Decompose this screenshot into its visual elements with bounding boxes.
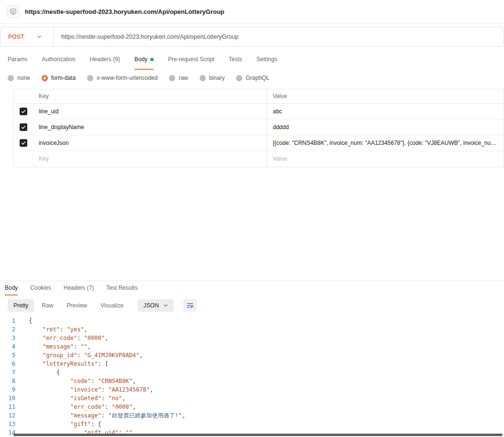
code-line: 3 "err_code": "0000", [0,334,504,342]
mode-label: raw [179,75,188,81]
check-icon [21,125,26,130]
code-line: 2 "ret": "yes", [0,325,504,334]
request-tab-tests[interactable]: Tests [229,50,242,70]
mode-label: x-www-form-urlencoded [97,75,157,81]
view-mode-preview[interactable]: Preview [61,299,93,312]
view-mode-group: PrettyRawPreviewVisualize [8,299,129,312]
tab-label: Params [8,56,27,63]
value-cell[interactable]: ddddd [267,120,503,135]
row-checkbox[interactable] [20,123,27,131]
code-line: 7 { [0,368,504,377]
json-token: : [74,343,80,350]
body-mode-graphql[interactable]: GraphQL [236,75,269,81]
code-line: 11 "err_code": "0008", [0,403,504,411]
json-token: : { [91,421,101,427]
value-cell-placeholder[interactable]: Value [267,151,503,167]
code-line: 5 "group_id": "G_4IMJ0KVP8AD4", [0,351,504,360]
json-token: "此發票已經參加使用過了!" [108,412,182,419]
json-token: , [122,395,125,402]
json-token [29,335,43,341]
stamp-icon [10,8,17,15]
tab-label: Cookies [30,284,51,291]
row-checkbox[interactable] [20,108,27,115]
json-token: : [105,404,112,410]
line-number: 11 [0,403,22,411]
line-number: 5 [0,351,22,360]
request-tab-headers-9[interactable]: Headers (9) [90,50,120,70]
format-select[interactable]: JSON [138,299,174,312]
line-number: 4 [0,342,22,351]
request-tabs: ParamsAuthorizationHeaders (9)BodyPre-re… [0,50,504,70]
radio-icon [87,75,93,81]
json-token: "CRNS4B8K" [98,378,133,384]
request-tab-params[interactable]: Params [8,50,27,70]
request-tab-pre-request-script[interactable]: Pre-request Script [168,50,214,70]
line-content: "err_code": "0008", [22,403,136,411]
json-token: , [84,326,88,333]
line-content: "lotteryResults": [ [22,360,108,368]
mode-label: GraphQL [246,75,269,81]
response-tabs: BodyCookiesHeaders (7)Test Results [0,281,504,295]
check-icon [21,109,26,114]
json-token: "gift" [70,421,91,427]
key-cell[interactable]: invoiceJson [33,135,267,151]
key-cell[interactable]: line_displayName [33,120,267,135]
line-content: "code": "CRNS4B8K", [22,377,136,385]
wrap-lines-button[interactable] [183,299,197,312]
json-token [29,421,70,427]
json-token [29,412,70,419]
code-line: 8 "code": "CRNS4B8K", [0,377,504,385]
request-tab-authorization[interactable]: Authorization [42,50,75,70]
json-token: , [182,412,185,419]
line-number: 12 [0,411,22,420]
view-mode-pretty[interactable]: Pretty [8,299,34,312]
json-token: "" [80,343,87,350]
line-content: { [22,368,60,377]
checkbox-cell [14,151,33,167]
key-cell[interactable]: line_uid [33,104,267,119]
code-line: 6 "lotteryResults": [ [0,360,504,368]
value-cell[interactable]: [{code: "CRNS4B8K", invoice_num: "AA1234… [267,135,503,151]
response-tab-test-results[interactable]: Test Results [106,281,137,295]
line-content: "isGeted": "no", [22,394,125,403]
json-token: { [29,369,60,376]
line-content: "ret": "yes", [22,325,88,334]
json-token: , [105,335,108,341]
code-line: 13 "gift": { [0,420,504,428]
mode-label: binary [209,75,225,81]
body-mode-form-data[interactable]: form-data [42,75,76,81]
horizontal-scrollbar[interactable] [13,434,503,436]
header-key: Key [33,89,267,103]
body-mode-none[interactable]: none [8,75,30,81]
mode-label: none [17,75,30,81]
body-mode-raw[interactable]: raw [169,75,188,81]
response-tab-headers-7[interactable]: Headers (7) [64,281,94,295]
json-token: , [133,378,136,384]
json-token: "group_id" [43,352,77,359]
json-token: "no" [108,395,122,402]
url-input[interactable]: https://nestle-superfood-2023.horyuken.c… [53,27,504,46]
json-token: "code" [70,378,91,384]
line-number: 1 [0,317,22,325]
value-cell[interactable]: abc [267,104,503,119]
method-select[interactable]: POST [0,27,53,46]
tab-label: Pre-request Script [168,56,214,63]
line-content: { [22,317,32,325]
unsaved-changes-dot [150,58,154,61]
request-tab-body[interactable]: Body [134,50,154,70]
response-tab-cookies[interactable]: Cookies [30,281,51,295]
response-tab-body[interactable]: Body [5,281,18,295]
json-token: "0000" [84,335,105,341]
tab-label: Authorization [42,56,75,63]
check-icon [21,141,26,145]
view-mode-raw[interactable]: Raw [36,299,59,312]
body-mode-x-www-form-urlencoded[interactable]: x-www-form-urlencoded [87,75,157,81]
key-cell-placeholder[interactable]: Key [33,151,267,167]
row-checkbox[interactable] [20,139,27,147]
body-mode-binary[interactable]: binary [200,75,225,81]
line-content: "group_id": "G_4IMJ0KVP8AD4", [22,351,143,360]
tab-label: Body [5,284,18,291]
view-mode-visualize[interactable]: Visualize [95,299,129,312]
response-toolbar: PrettyRawPreviewVisualize JSON [0,295,504,315]
request-tab-settings[interactable]: Settings [257,50,277,70]
